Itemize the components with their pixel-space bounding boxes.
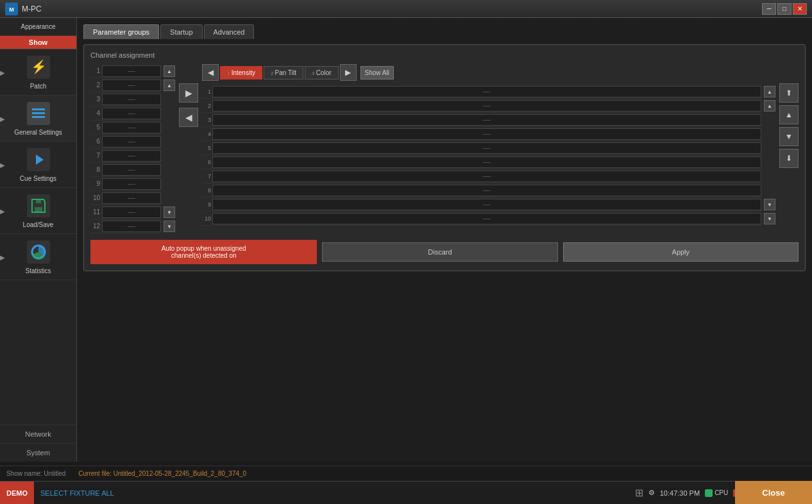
sidebar-item-show[interactable]: Show (0, 36, 76, 49)
titlebar: M M-PC ─ □ ✕ (0, 0, 812, 18)
move-down-button[interactable]: ▼ (779, 127, 799, 146)
move-left-button[interactable]: ◀ (179, 108, 198, 127)
tab-parameter-groups[interactable]: Parameter groups (83, 24, 159, 39)
sidebar-item-statistics[interactable]: ▶ Statistics (0, 234, 76, 280)
table-row: 4 ---- (202, 127, 761, 141)
close-window-button[interactable]: ✕ (793, 3, 807, 15)
table-row: 9 ---- (90, 177, 161, 191)
scroll-down-button[interactable]: ▼ (164, 221, 175, 232)
left-scroll: ▲ ▲ ▼ ▼ (164, 64, 175, 233)
table-row: 4 ---- (90, 106, 161, 121)
auto-popup-button[interactable]: Auto popup when unassigned channel(s) de… (90, 240, 317, 264)
patch-arrow-icon: ▶ (0, 69, 5, 76)
svg-rect-12 (36, 199, 41, 203)
sidebar: Appearance Show ▶ ⚡ Patch ▶ (0, 18, 77, 462)
bottombar: DEMO SELECT FIXTURE ALL ⊞ ⚙ 10:47:30 PM … (0, 481, 812, 504)
sidebar-item-cue-settings[interactable]: ▶ Cue Settings (0, 142, 76, 188)
table-row: 2 ---- (202, 99, 761, 113)
close-section: Close (735, 481, 812, 504)
general-arrow-icon: ▶ (0, 115, 5, 122)
move-up-button[interactable]: ▲ (779, 105, 799, 124)
table-row: 12 ---- (90, 219, 161, 233)
ca-tab-pan-tilt[interactable]: 2 Pan Tilt (264, 66, 303, 80)
select-fixture-label: SELECT FIXTURE ALL (34, 489, 635, 497)
table-row: 6 ---- (202, 155, 761, 169)
channel-assignment-panel: Channel assignment 1 ---- 2 ---- (83, 44, 806, 271)
cue-settings-icon (26, 147, 51, 172)
table-row: 11 ---- (90, 205, 161, 219)
demo-badge: DEMO (0, 482, 34, 504)
ca-layout: 1 ---- 2 ---- 3 ---- 4 - (90, 64, 799, 233)
svg-text:⚡: ⚡ (30, 59, 46, 74)
right-scroll: ▲ ▲ ▼ ▼ (764, 85, 775, 226)
sidebar-item-appearance[interactable]: Appearance (0, 18, 76, 36)
sidebar-item-patch[interactable]: ▶ ⚡ Patch (0, 49, 76, 96)
tab-startup[interactable]: Startup (160, 24, 202, 39)
ca-tab-color[interactable]: 3 Color (305, 66, 339, 80)
tab-bar: Parameter groups Startup Advanced (83, 24, 806, 39)
window-controls: ─ □ ✕ (762, 3, 807, 15)
table-row: 10 ---- (90, 191, 161, 205)
statistics-arrow-icon: ▶ (0, 253, 5, 260)
table-row: 7 ---- (202, 169, 761, 183)
sidebar-section-appearance: Appearance Show (0, 18, 76, 49)
table-row: 3 ---- (202, 113, 761, 127)
cpu-indicator: CPU (705, 489, 728, 497)
ca-side-buttons: ⬆ ▲ ▼ ⬇ (779, 64, 799, 171)
cpu-green-dot (705, 489, 713, 497)
minimize-button[interactable]: ─ (762, 3, 776, 15)
gear-icon: ⚙ (648, 489, 655, 497)
table-row: 9 ---- (202, 197, 761, 212)
right-scroll-up-button[interactable]: ▲ (764, 86, 775, 97)
loadsave-arrow-icon: ▶ (0, 207, 5, 214)
table-row: 10 ---- (202, 212, 761, 226)
grid-icon: ⊞ (635, 487, 643, 499)
ca-tab-intensity[interactable]: 1 Intensity (220, 66, 262, 80)
table-row: 2 ---- (90, 78, 161, 92)
sidebar-item-general-settings[interactable]: ▶ General Settings (0, 96, 76, 142)
sidebar-item-load-save[interactable]: ▶ Load/Save (0, 188, 76, 234)
right-scroll-down-button[interactable]: ▼ (764, 213, 775, 224)
app-title: M-PC (22, 4, 762, 13)
load-save-icon (26, 193, 51, 219)
content-area: Parameter groups Startup Advanced Channe… (77, 18, 812, 462)
svg-rect-10 (27, 194, 50, 217)
show-all-button[interactable]: Show All (360, 66, 394, 80)
tab-advanced[interactable]: Advanced (204, 24, 255, 39)
statistics-icon (26, 239, 51, 265)
svg-text:M: M (9, 6, 14, 13)
ca-right-section: ◀ 1 Intensity 2 Pan Tilt 3 Color (202, 64, 775, 226)
move-right-button[interactable]: ▶ (179, 83, 198, 103)
sidebar-item-network[interactable]: Network (0, 424, 76, 443)
apply-button[interactable]: Apply (563, 242, 799, 262)
tab-next-button[interactable]: ▶ (340, 64, 357, 81)
table-row: 6 ---- (90, 135, 161, 149)
scroll-mid-button[interactable]: ▲ (164, 80, 175, 91)
table-row: 1 ---- (90, 64, 161, 78)
maximize-button[interactable]: □ (777, 3, 791, 15)
patch-icon: ⚡ (26, 55, 51, 80)
svg-rect-6 (32, 112, 45, 114)
table-row: 5 ---- (202, 141, 761, 155)
right-scroll-up2-button[interactable]: ▲ (764, 100, 775, 112)
right-scroll-down2-button[interactable]: ▼ (764, 199, 775, 210)
move-up-top-button[interactable]: ⬆ (779, 83, 799, 103)
move-down-bottom-button[interactable]: ⬇ (779, 149, 799, 168)
table-row: 8 ---- (90, 163, 161, 177)
cue-arrow-icon: ▶ (0, 161, 5, 168)
ca-right-col: 1 ---- 2 ---- 3 ---- (202, 85, 761, 226)
table-row: 3 ---- (90, 92, 161, 106)
svg-rect-5 (32, 108, 45, 110)
ca-left-list: 1 ---- 2 ---- 3 ---- 4 - (90, 64, 161, 233)
ca-right-list: 1 ---- 2 ---- 3 ---- (202, 85, 775, 226)
time-display: 10:47:30 PM (660, 489, 700, 497)
discard-button[interactable]: Discard (322, 242, 557, 262)
close-button[interactable]: Close (735, 481, 812, 504)
sidebar-item-system[interactable]: System (0, 443, 76, 462)
app-logo: M (5, 3, 18, 15)
table-row: 8 ---- (202, 183, 761, 197)
table-row: 1 ---- (202, 85, 761, 99)
scroll-up-button[interactable]: ▲ (164, 65, 175, 77)
scroll-down2-button[interactable]: ▼ (164, 206, 175, 218)
tab-prev-button[interactable]: ◀ (202, 64, 219, 81)
